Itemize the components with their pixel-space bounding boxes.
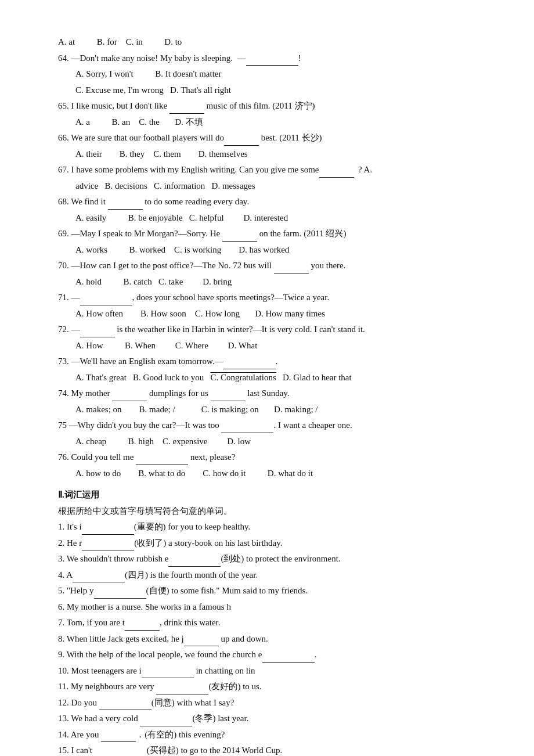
vocab-2: 2. He r(收到了) a story-book on his last bi… [58,536,488,551]
q74-options: A. makes; on B. made; / C. is making; on… [75,402,488,417]
q67-options: advice B. decisions C. information D. me… [75,179,488,194]
q65: 65. I like music, but I don't like music… [58,99,488,114]
vocab-14: 14. Are you ．(有空的) this evening? [58,728,488,743]
options-line-prev: A. at B. for C. in D. to [58,35,488,50]
vocab-4: 4. A(四月) is the fourth month of the year… [58,568,488,583]
q67: 67. I have some problems with my English… [58,163,488,178]
q74: 74. My mother dumplings for us last Sund… [58,386,488,401]
q69-options: A. works B. worked C. is working D. has … [75,243,488,258]
q76-options: A. how to do B. what to do C. how do it … [75,466,488,481]
q64-options-2: C. Excuse me, I'm wrong D. That's all ri… [75,83,488,98]
q73-options: A. That's great B. Good luck to you C. C… [75,370,488,386]
q64: 64. —Don't make any noise! My baby is sl… [58,51,488,66]
vocab-1: 1. It's i(重要的) for you to keep healthy. [58,520,488,535]
q68-options: A. easily B. be enjoyable C. helpful D. … [75,211,488,226]
vocab-8: 8. When little Jack gets excited, he j u… [58,632,488,647]
q66-options: A. their B. they C. them D. themselves [75,147,488,162]
q64-options-1: A. Sorry, I won't B. It doesn't matter [75,67,488,82]
vocab-10: 10. Most teenagers are i in chatting on … [58,664,488,679]
q75-options: A. cheap B. high C. expensive D. low [75,434,488,449]
q73: 73. —We'll have an English exam tomorrow… [58,354,488,369]
section2-title: Ⅱ.词汇运用 [58,488,488,503]
section2-instruction: 根据所给中文或首字母填写符合句意的单词。 [58,504,488,519]
q70: 70. —How can I get to the post office?—T… [58,258,488,273]
main-content: A. at B. for C. in D. to 64. —Don't make… [58,35,488,756]
q72-options: A. How B. When C. Where D. What [75,339,488,354]
q70-options: A. hold B. catch C. take D. bring [75,275,488,290]
q76: 76. Could you tell me next, please? [58,450,488,465]
vocab-13: 13. We had a very cold (冬季) last year. [58,711,488,726]
q65-options: A. a B. an C. the D. 不填 [75,115,488,130]
q72: 72. — is the weather like in Harbin in w… [58,322,488,337]
vocab-11: 11. My neighbours are very (友好的) to us. [58,679,488,694]
q71: 71. —, does your school have sports meet… [58,290,488,305]
vocab-5: 5. "Help y(自便) to some fish." Mum said t… [58,584,488,599]
vocab-9: 9. With the help of the local people, we… [58,647,488,663]
q68: 68. We find it to do some reading every … [58,195,488,210]
q71-options: A. How often B. How soon C. How long D. … [75,307,488,322]
q66: 66. We are sure that our football player… [58,131,488,146]
vocab-12: 12. Do you (同意) with what I say? [58,696,488,711]
q69: 69. —May I speak to Mr Morgan?—Sorry. He… [58,226,488,242]
q75: 75 —Why didn't you buy the car?—It was t… [58,418,488,433]
vocab-7: 7. Tom, if you are t, drink this water. [58,615,488,631]
vocab-6: 6. My mother is a nurse. She works in a … [58,600,488,615]
vocab-15: 15. I can't (买得起) to go to the 2014 Worl… [58,743,488,756]
vocab-3: 3. We shouldn't throw rubbish e(到处) to p… [58,552,488,567]
